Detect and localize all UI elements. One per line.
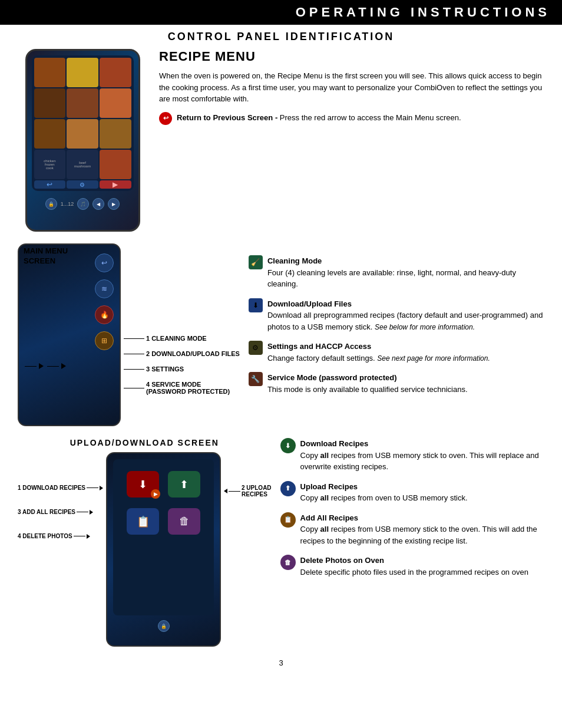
sub-title-3: Add All Recipes (300, 513, 358, 522)
page-number: 3 (18, 658, 544, 667)
return-icon: ↩ (159, 112, 172, 125)
left-arrow-2 (90, 510, 93, 515)
cleaning-icon: 🧹 (249, 255, 263, 269)
left-arrow-1 (100, 486, 103, 490)
sub-list-item-2: ⬆ Upload Recipes Copy all recipes from o… (280, 481, 544, 504)
sub-bold-3: all (320, 525, 329, 533)
list-content-2: Download/Upload Files Download all prepr… (267, 298, 544, 333)
sub-bold-2: all (320, 493, 329, 502)
sub-title-1: Download Recipes (300, 439, 369, 448)
device-btn-1: 🔒 (45, 198, 57, 210)
left-column: chickenfrozencook beefmushroom ↩ ⚙ ▶ 🔒 1… (18, 49, 147, 232)
main-numbered-list: 🧹 Cleaning Mode Four (4) cleaning levels… (249, 255, 544, 395)
upload-device-btn: 🔒 (158, 620, 170, 632)
food-cell-12 (100, 150, 131, 179)
list-item-3: ⚙ Settings and HACCP Access Change facto… (249, 341, 544, 364)
left-label-2: 3 ADD ALL RECIPES (18, 509, 103, 515)
menu-icon-fire: 🔥 (95, 305, 114, 324)
sub-list-item-4: 🗑 Delete Photos on Oven Delete specific … (280, 555, 544, 578)
list-text-1: Four (4) cleaning levels are available: … (267, 268, 516, 289)
food-cell-8 (67, 119, 98, 149)
page-title: OPERATING INSTRUCTIONS (0, 5, 550, 20)
return-text: Return to Previous Screen - Press the re… (177, 112, 461, 124)
return-description: Press the red arrow to access the Main M… (280, 113, 461, 122)
list-text-4: This mode is only available to qualified… (267, 385, 468, 394)
sub-content-2: Upload Recipes Copy all recipes from ove… (300, 481, 468, 504)
return-note: ↩ Return to Previous Screen - Press the … (159, 112, 544, 125)
list-title-4: Service Mode (password protected) (267, 373, 397, 382)
list-icon-2: ⬇ (249, 298, 263, 333)
list-item-1: 🧹 Cleaning Mode Four (4) cleaning levels… (249, 255, 544, 290)
menu-icon-row-3: 🔥 (25, 305, 114, 324)
label-settings: 3 SETTINGS (124, 365, 240, 373)
sub-icon-1: ⬇ (280, 438, 296, 453)
upload-btn-2: ⬆ (168, 471, 200, 498)
list-icon-4: 🔧 (249, 372, 263, 395)
upload-icons-row-2: 📋 🗑 (118, 502, 209, 535)
list-item-4: 🔧 Service Mode (password protected) This… (249, 372, 544, 395)
service-icon: 🔧 (249, 372, 263, 386)
list-title-1: Cleaning Mode (267, 256, 322, 265)
list-text-3: Change factory default settings. (267, 354, 375, 363)
upload-btn-4: 🗑 (168, 508, 200, 535)
left-label-1: 1 DOWNLOAD RECIPES (18, 485, 103, 491)
sub-content-1: Download Recipes Copy all recipes from U… (300, 438, 544, 473)
food-cell-text-2: beefmushroom (67, 150, 98, 179)
food-cell-text-1: chickenfrozencook (34, 150, 66, 179)
arrow-line-1 (25, 366, 37, 367)
food-cell-9 (100, 119, 131, 149)
device-labels: 1 CLEANING MODE 2 DOWNLOAD/UPLOAD FILES … (124, 243, 240, 407)
label-download-text: 2 DOWNLOAD/UPLOAD FILES (146, 350, 240, 357)
left-line-2 (77, 512, 88, 512)
food-cell-6 (100, 88, 131, 118)
right-line-1 (229, 491, 240, 492)
food-cell-3 (100, 58, 131, 87)
device-page-label: 1...12 (61, 201, 74, 207)
left-arrow-3 (87, 534, 90, 539)
menu-icon-row-2: ≋ (25, 279, 114, 298)
label-service-text: 4 SERVICE MODE(PASSWORD PROTECTED) (146, 381, 230, 395)
label-settings-text: 3 SETTINGS (146, 365, 184, 373)
left-label-text-1: 1 DOWNLOAD RECIPES (18, 485, 85, 491)
sub-icon-4: 🗑 (280, 555, 296, 570)
food-cell-5 (67, 88, 98, 118)
device-btn-4: ▶ (108, 198, 120, 210)
list-title-2: Download/Upload Files (267, 299, 352, 308)
sub-title-4: Delete Photos on Oven (300, 556, 384, 565)
upload-icons-row: ⬇ ▶ ⬆ (118, 465, 209, 498)
left-labels: 1 DOWNLOAD RECIPES 3 ADD ALL RECIPES 4 D… (18, 452, 103, 539)
recipe-menu-intro: When the oven is powered on, the Recipe … (159, 70, 544, 105)
food-cell-4 (34, 88, 66, 118)
menu-icon-back: ↩ (95, 253, 114, 272)
upload-device: ⬇ ▶ ⬆ 📋 🗑 🔒 (106, 452, 221, 647)
right-labels: 2 UPLOADRECIPES (224, 452, 272, 498)
device-icon-2: ⚙ (67, 180, 98, 189)
bottom-right: ⬇ Download Recipes Copy all recipes from… (280, 438, 544, 647)
page-content: CONTROL PANEL IDENTIFICATION chickenfroz… (0, 25, 562, 685)
bottom-left: UPLOAD/DOWNLOAD SCREEN 1 DOWNLOAD RECIPE… (18, 438, 272, 647)
upload-screen: ⬇ ▶ ⬆ 📋 🗑 (113, 459, 214, 615)
settings-icon: ⚙ (249, 341, 263, 355)
return-label: Return to Previous Screen - (177, 113, 277, 122)
menu-icon-wave: ≋ (95, 279, 114, 298)
sub-list-item-1: ⬇ Download Recipes Copy all recipes from… (280, 438, 544, 473)
sub-icon-3: 📋 (280, 512, 296, 528)
control-panel-title: CONTROL PANEL IDENTIFICATION (18, 31, 544, 43)
list-icon-3: ⚙ (249, 341, 263, 364)
food-cell-2 (67, 58, 98, 87)
arrow-line-1b (47, 366, 59, 367)
list-item-2: ⬇ Download/Upload Files Download all pre… (249, 298, 544, 333)
sub-numbered-list: ⬇ Download Recipes Copy all recipes from… (280, 438, 544, 578)
left-label-text-3: 4 DELETE PHOTOS (18, 533, 72, 539)
list-content-1: Cleaning Mode Four (4) cleaning levels a… (267, 255, 544, 290)
line-3 (124, 369, 144, 370)
arrow-row-1 (25, 363, 114, 369)
left-label-3: 4 DELETE PHOTOS (18, 533, 103, 539)
upload-btn-3: 📋 (127, 508, 159, 535)
list-content-4: Service Mode (password protected) This m… (267, 372, 468, 395)
sub-text-2b: recipes from oven to USB memory stick. (329, 493, 468, 502)
right-label-1: 2 UPLOADRECIPES (224, 485, 272, 498)
top-section: chickenfrozencook beefmushroom ↩ ⚙ ▶ 🔒 1… (18, 49, 544, 232)
food-cell-1 (34, 58, 66, 87)
sub-text-4: Delete specific photo files used in the … (300, 568, 528, 577)
